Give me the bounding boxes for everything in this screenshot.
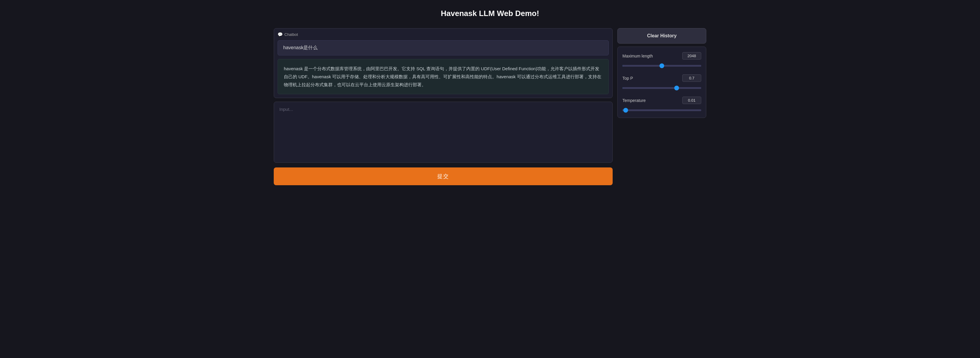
controls-section: Maximum length 2048 Top P 0.7 xyxy=(617,46,706,118)
top-p-header: Top P 0.7 xyxy=(622,75,701,82)
top-p-label: Top P xyxy=(622,76,633,81)
assistant-message: havenask 是一个分布式数据库管理系统，由阿里巴巴开发。它支持 SQL 查… xyxy=(278,59,609,94)
maximum-length-header: Maximum length 2048 xyxy=(622,52,701,60)
chatbot-label: 💬 Chatbot xyxy=(278,32,609,37)
top-p-control: Top P 0.7 xyxy=(622,75,701,90)
temperature-value: 0.01 xyxy=(682,97,701,104)
chatbot-label-text: Chatbot xyxy=(285,32,298,37)
top-p-slider[interactable] xyxy=(622,87,701,89)
right-panel: Clear History Maximum length 2048 T xyxy=(617,28,706,118)
temperature-header: Temperature 0.01 xyxy=(622,97,701,104)
chat-icon: 💬 xyxy=(278,32,283,37)
temperature-label: Temperature xyxy=(622,98,646,103)
temperature-slider-wrapper xyxy=(622,107,701,112)
user-message: havenask是什么 xyxy=(278,40,609,56)
top-p-value: 0.7 xyxy=(682,75,701,82)
maximum-length-control: Maximum length 2048 xyxy=(622,52,701,68)
page-container: Havenask LLM Web Demo! 💬 Chatbot havenas… xyxy=(274,6,706,185)
input-textarea[interactable] xyxy=(274,102,612,161)
chatbot-section: 💬 Chatbot havenask是什么 havenask 是一个分布式数据库… xyxy=(274,28,612,98)
page-title: Havenask LLM Web Demo! xyxy=(274,6,706,21)
maximum-length-value: 2048 xyxy=(682,52,701,60)
temperature-control: Temperature 0.01 xyxy=(622,97,701,112)
clear-history-button[interactable]: Clear History xyxy=(617,28,706,44)
top-p-slider-wrapper xyxy=(622,85,701,90)
maximum-length-slider[interactable] xyxy=(622,65,701,67)
submit-button[interactable]: 提交 xyxy=(274,167,612,185)
left-panel: 💬 Chatbot havenask是什么 havenask 是一个分布式数据库… xyxy=(274,28,612,185)
chat-messages: havenask是什么 havenask 是一个分布式数据库管理系统，由阿里巴巴… xyxy=(278,40,609,94)
maximum-length-label: Maximum length xyxy=(622,54,653,58)
input-area xyxy=(274,102,612,163)
maximum-length-slider-wrapper xyxy=(622,62,701,68)
temperature-slider[interactable] xyxy=(622,109,701,111)
main-layout: 💬 Chatbot havenask是什么 havenask 是一个分布式数据库… xyxy=(274,28,706,185)
